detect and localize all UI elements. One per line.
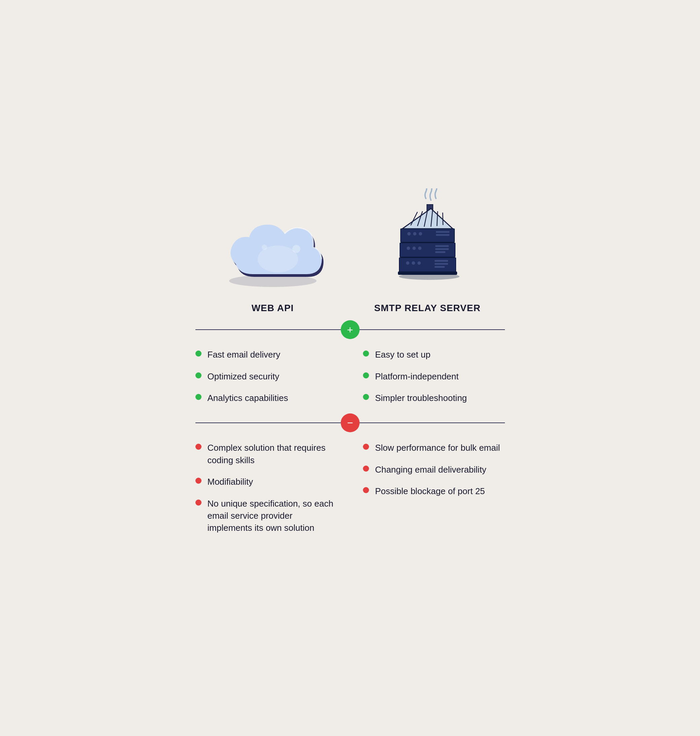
- server-icon-container: [358, 188, 497, 289]
- red-bullet: [196, 478, 201, 484]
- green-bullet: [363, 372, 369, 378]
- feature-text: No unique specification, so each email s…: [207, 498, 337, 534]
- list-item: Modifiability: [196, 475, 337, 488]
- svg-point-28: [406, 261, 409, 265]
- cloud-icon: [219, 215, 326, 289]
- pros-left-col: Fast email delivery Optimized security A…: [196, 349, 344, 404]
- cons-right-col: Slow performance for bulk email Changing…: [356, 442, 505, 534]
- svg-point-29: [412, 261, 415, 265]
- svg-rect-31: [435, 260, 448, 262]
- plus-divider: +: [196, 320, 505, 339]
- green-bullet: [196, 350, 201, 356]
- red-bullet: [196, 499, 201, 506]
- red-bullet: [363, 444, 369, 450]
- svg-line-12: [443, 213, 443, 225]
- green-bullet: [196, 394, 201, 400]
- divider-line-right-minus: [359, 422, 505, 423]
- svg-point-22: [412, 247, 416, 250]
- feature-text: Slow performance for bulk email: [375, 442, 505, 454]
- svg-rect-19: [436, 234, 449, 236]
- pros-section: Fast email delivery Optimized security A…: [196, 342, 505, 411]
- pros-right-col: Easy to set up Platform-independent Simp…: [356, 349, 505, 404]
- list-item: Simpler troubleshooting: [363, 392, 505, 404]
- green-bullet: [363, 394, 369, 400]
- cons-left-col: Complex solution that requires coding sk…: [196, 442, 344, 534]
- feature-text: Easy to set up: [375, 349, 505, 361]
- feature-text: Complex solution that requires coding sk…: [207, 442, 337, 466]
- svg-point-15: [407, 232, 411, 236]
- cons-left-list: Complex solution that requires coding sk…: [196, 442, 337, 534]
- list-item: Platform-independent: [363, 370, 505, 383]
- feature-text: Platform-independent: [375, 370, 505, 383]
- svg-point-3: [262, 244, 267, 250]
- list-item: Changing email deliverability: [363, 464, 505, 475]
- minus-circle: −: [341, 414, 360, 432]
- svg-rect-25: [435, 248, 449, 250]
- svg-rect-32: [435, 263, 448, 265]
- list-item: Slow performance for bulk email: [363, 442, 505, 454]
- list-item: No unique specification, so each email s…: [196, 498, 337, 534]
- feature-text: Simpler troubleshooting: [375, 392, 505, 404]
- svg-point-30: [418, 261, 421, 265]
- list-item: Possible blockage of port 25: [363, 485, 505, 497]
- green-bullet: [363, 350, 369, 356]
- divider-line-left-plus: [196, 329, 341, 330]
- server-icon: [377, 188, 478, 289]
- red-bullet: [363, 487, 369, 493]
- minus-divider: −: [196, 414, 505, 432]
- smtp-header: SMTP RELAY SERVER: [350, 303, 505, 314]
- pros-left-list: Fast email delivery Optimized security A…: [196, 349, 337, 404]
- list-item: Analytics capabilities: [196, 392, 337, 404]
- svg-rect-33: [435, 266, 445, 268]
- svg-point-23: [418, 247, 422, 250]
- list-item: Optimized security: [196, 370, 337, 383]
- cons-section: Complex solution that requires coding sk…: [196, 435, 505, 540]
- svg-rect-18: [436, 231, 449, 233]
- divider-line-left-minus: [196, 422, 341, 423]
- pros-right-list: Easy to set up Platform-independent Simp…: [363, 349, 505, 404]
- svg-point-35: [399, 273, 459, 280]
- feature-text: Analytics capabilities: [207, 392, 337, 404]
- red-bullet: [363, 465, 369, 472]
- feature-text: Possible blockage of port 25: [375, 485, 505, 497]
- svg-point-21: [407, 247, 410, 250]
- green-bullet: [196, 372, 201, 378]
- red-bullet: [196, 444, 201, 450]
- svg-point-2: [292, 245, 300, 253]
- cloud-icon-container: [203, 215, 343, 289]
- list-item: Easy to set up: [363, 349, 505, 361]
- feature-text: Optimized security: [207, 370, 337, 383]
- feature-text: Changing email deliverability: [375, 464, 505, 475]
- svg-rect-26: [435, 251, 446, 253]
- cons-right-list: Slow performance for bulk email Changing…: [363, 442, 505, 497]
- list-item: Fast email delivery: [196, 349, 337, 361]
- divider-line-right-plus: [359, 329, 505, 330]
- comparison-card: WEB API SMTP RELAY SERVER + Fast email d…: [175, 175, 525, 561]
- svg-point-16: [413, 232, 416, 236]
- svg-point-17: [419, 232, 422, 236]
- feature-text: Fast email delivery: [207, 349, 337, 361]
- headers-row: WEB API SMTP RELAY SERVER: [196, 303, 505, 314]
- plus-circle: +: [341, 320, 360, 339]
- list-item: Complex solution that requires coding sk…: [196, 442, 337, 466]
- feature-text: Modifiability: [207, 475, 337, 488]
- webapi-header: WEB API: [196, 303, 350, 314]
- svg-rect-24: [435, 245, 449, 247]
- icons-row: [196, 188, 505, 289]
